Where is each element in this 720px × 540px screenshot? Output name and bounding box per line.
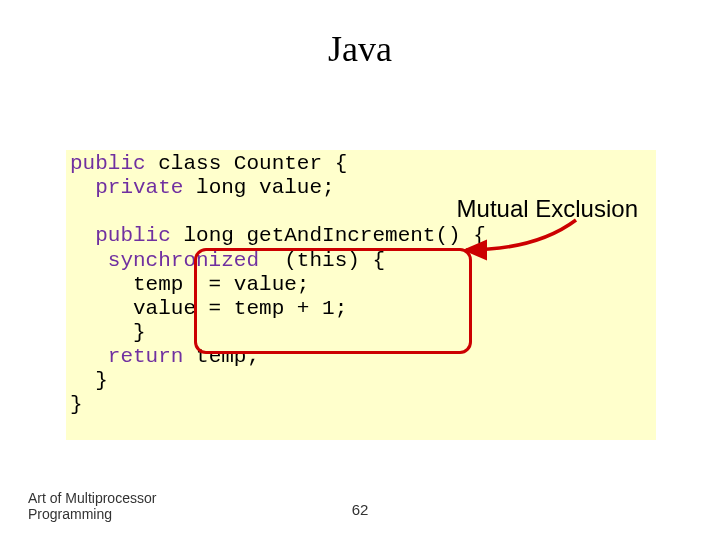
- footer-line-2: Programming: [28, 507, 188, 522]
- code-text: public class Counter { private long valu…: [70, 152, 486, 418]
- page-number: 62: [352, 501, 369, 518]
- footer-line-1: Art of Multiprocessor: [28, 491, 188, 506]
- code-line-8: }: [70, 321, 146, 344]
- code-line-2b: long value;: [183, 176, 334, 199]
- keyword-public: public: [70, 152, 146, 175]
- code-line-1b: class Counter {: [146, 152, 348, 175]
- code-block: public class Counter { private long valu…: [66, 150, 656, 440]
- annotation-label: Mutual Exclusion: [457, 195, 638, 223]
- code-line-6: temp = value;: [70, 273, 309, 296]
- keyword-return: return: [70, 345, 183, 368]
- code-line-5b: (this) {: [259, 249, 385, 272]
- code-line-7: value = temp + 1;: [70, 297, 347, 320]
- code-line-10: }: [70, 369, 108, 392]
- code-line-11: }: [70, 393, 83, 416]
- keyword-private: private: [70, 176, 183, 199]
- code-line-9b: temp;: [183, 345, 259, 368]
- code-line-4b: long getAndIncrement() {: [171, 224, 486, 247]
- footer-credit: Art of Multiprocessor Programming: [28, 491, 188, 522]
- slide-title: Java: [0, 28, 720, 70]
- keyword-synchronized: synchronized: [70, 249, 259, 272]
- keyword-public-2: public: [70, 224, 171, 247]
